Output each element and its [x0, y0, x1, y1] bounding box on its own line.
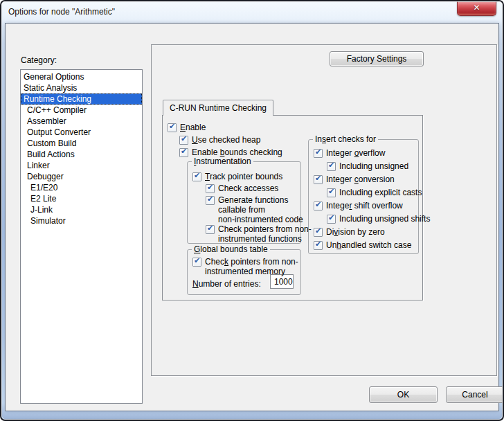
category-item-label: General Options [24, 72, 84, 82]
label-text: ision by zero [338, 227, 384, 237]
number-of-entries-label: Number of entries: [192, 279, 261, 289]
cancel-button[interactable]: Cancel [446, 386, 504, 403]
integer-conversion-label: Integer conversion [326, 174, 395, 184]
category-item-build-actions[interactable]: Build Actions [21, 149, 142, 160]
label-line: Track pointer bounds [205, 172, 282, 181]
generate-functions-row: ✔Generate functionscallable fromnon-inst… [206, 195, 303, 224]
including-unsigned-checkbox[interactable]: ✔ [327, 162, 336, 171]
category-item-output-converter[interactable]: Output Converter [21, 127, 142, 138]
integer-conversion-row: ✔Integer conversion [314, 174, 395, 184]
label-text: lobal bounds table [200, 244, 267, 254]
label-line: Including unsigned shifts [339, 214, 430, 224]
close-button[interactable]: ✕ [457, 1, 496, 16]
integer-overflow-row: ✔Integer overflow [314, 148, 385, 158]
check-icon: ✔ [207, 195, 213, 204]
label-line: Including unsigned [339, 161, 408, 171]
category-list[interactable]: General OptionsStatic AnalysisRuntime Ch… [20, 69, 143, 404]
options-dialog-window: Options for node "Arithmetic" ✕ Category… [0, 0, 504, 421]
label-text: Check pointers from non- [218, 224, 312, 234]
label-text: U [192, 135, 198, 145]
label-line: Integer conversion [326, 174, 395, 184]
check-accesses-checkbox[interactable]: ✔ [206, 184, 215, 193]
integer-overflow-checkbox[interactable]: ✔ [314, 149, 323, 158]
label-text: Including unsigned [339, 161, 408, 171]
label-text: onversion [359, 174, 395, 184]
generate-functions-checkbox[interactable]: ✔ [206, 196, 215, 205]
label-text: Check accesses [218, 183, 278, 193]
check-icon: ✔ [181, 147, 187, 156]
category-item-label: Linker [27, 161, 50, 170]
check-icon: ✔ [207, 224, 213, 233]
check-pointers-non-instrumented-functions-label: Check pointers from non-instrumented fun… [218, 224, 312, 244]
tab-crun-runtime-checking[interactable]: C-RUN Runtime Checking [163, 100, 273, 116]
including-unsigned-shifts-row: ✔Including unsigned shifts [327, 214, 430, 224]
check-pointers-non-instrumented-functions-row: ✔Check pointers from non-instrumented fu… [206, 224, 312, 244]
including-unsigned-shifts-checkbox[interactable]: ✔ [327, 215, 336, 224]
category-item-e2-lite[interactable]: E2 Lite [21, 193, 142, 204]
category-item-e1-e20[interactable]: E1/E20 [21, 182, 142, 193]
label-text: umber of entries: [199, 279, 261, 289]
category-item-runtime-checking[interactable]: Runtime Checking [21, 93, 142, 105]
category-item-custom-build[interactable]: Custom Build [21, 138, 142, 149]
close-icon: ✕ [473, 3, 480, 12]
check-pointers-non-instrumented-memory-checkbox[interactable]: ✔ [192, 258, 201, 267]
enable-bounds-checking-checkbox[interactable]: ✔ [179, 148, 188, 157]
category-item-label: Output Converter [27, 127, 91, 137]
use-checked-heap-checkbox[interactable]: ✔ [179, 136, 188, 145]
category-item-debugger[interactable]: Debugger [21, 171, 142, 182]
category-item-c-c-compiler[interactable]: C/C++ Compiler [21, 105, 142, 116]
label-line: Enable [180, 123, 206, 132]
label-text: andled switch case [341, 240, 411, 250]
category-item-simulator[interactable]: Simulator [21, 215, 142, 226]
enable-bounds-checking-row: ✔Enable bounds checking [179, 147, 282, 157]
check-icon: ✔ [169, 122, 175, 131]
label-text: Including unsigned shifts [339, 214, 430, 224]
category-item-label: Build Actions [27, 150, 75, 159]
label-text: Intege [326, 201, 349, 210]
division-by-zero-label: Division by zero [326, 227, 385, 237]
check-icon: ✔ [181, 134, 187, 143]
label-text: Chec [205, 257, 224, 267]
unhandled-switch-case-label: Unhandled switch case [326, 240, 411, 250]
check-icon: ✔ [328, 213, 334, 222]
category-item-label: J-Link [30, 205, 53, 215]
label-line: non-instrumented code [218, 215, 303, 224]
check-icon: ✔ [194, 171, 200, 180]
enable-checkbox[interactable]: ✔ [168, 123, 177, 132]
factory-settings-button[interactable]: Factory Settings [330, 51, 424, 66]
check-pointers-non-instrumented-memory-row: ✔Check pointers from non-instrumented me… [192, 257, 298, 276]
integer-shift-overflow-checkbox[interactable]: ✔ [314, 201, 323, 210]
ok-button[interactable]: OK [369, 386, 438, 403]
category-item-j-link[interactable]: J-Link [21, 204, 142, 215]
division-by-zero-checkbox[interactable]: ✔ [314, 228, 323, 237]
label-text: T [205, 172, 210, 181]
track-pointer-bounds-checkbox[interactable]: ✔ [192, 172, 201, 181]
including-explicit-casts-row: ✔Including explicit casts [327, 188, 422, 197]
use-checked-heap-label: Use checked heap [192, 135, 260, 145]
including-explicit-casts-checkbox[interactable]: ✔ [327, 188, 336, 197]
category-item-label: Runtime Checking [24, 94, 91, 104]
unhandled-switch-case-checkbox[interactable]: ✔ [314, 241, 323, 250]
label-text: Un [326, 240, 336, 250]
use-checked-heap-row: ✔Use checked heap [179, 135, 260, 145]
titlebar[interactable]: Options for node "Arithmetic" ✕ [1, 1, 503, 24]
division-by-zero-row: ✔Division by zero [314, 227, 385, 237]
label-line: Check pointers from non- [218, 224, 312, 234]
integer-conversion-checkbox[interactable]: ✔ [314, 175, 323, 184]
check-accesses-label: Check accesses [218, 183, 278, 193]
label-text: instrumented memory [205, 267, 285, 276]
including-unsigned-shifts-label: Including unsigned shifts [339, 214, 430, 224]
insert-checks-for-group-label: Insert checks for [313, 134, 378, 144]
category-item-assembler[interactable]: Assembler [21, 116, 142, 127]
dialog-client: Category: General OptionsStatic Analysis… [6, 24, 498, 411]
label-text: nable [186, 123, 206, 132]
label-text: ert checks for [326, 134, 376, 144]
check-icon: ✔ [328, 161, 334, 170]
category-item-linker[interactable]: Linker [21, 160, 142, 171]
category-item-general-options[interactable]: General Options [21, 71, 142, 82]
check-pointers-non-instrumented-functions-checkbox[interactable]: ✔ [206, 225, 215, 234]
check-icon: ✔ [194, 256, 200, 265]
category-item-static-analysis[interactable]: Static Analysis [21, 82, 142, 93]
number-of-entries-input[interactable] [270, 274, 294, 289]
category-item-label: E2 Lite [30, 194, 56, 204]
